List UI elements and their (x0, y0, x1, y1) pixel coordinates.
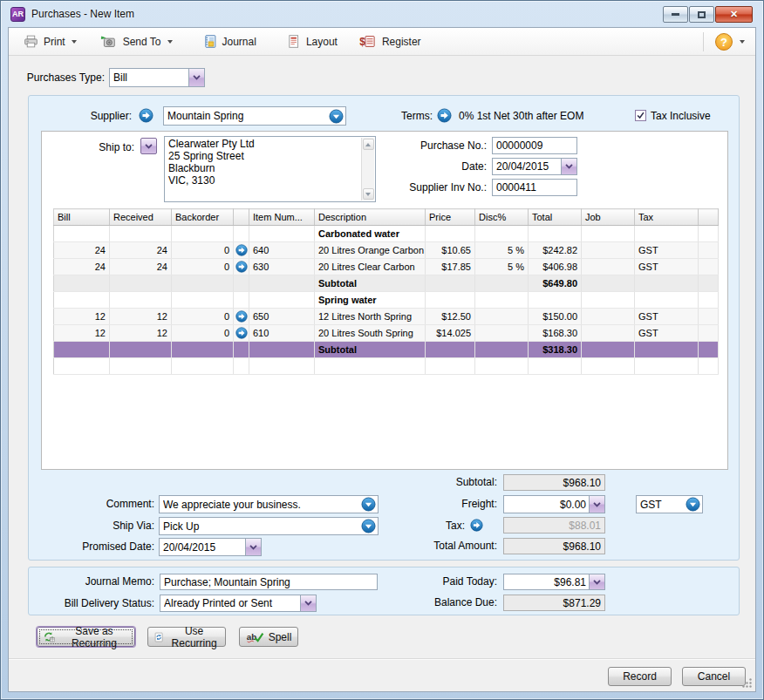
cell-total[interactable]: $649.80 (529, 275, 582, 292)
resize-grip[interactable] (740, 676, 753, 689)
freight-dropdown-button[interactable] (589, 496, 604, 513)
cell-total[interactable] (529, 358, 582, 375)
supplier-dropdown-icon[interactable] (329, 109, 344, 124)
cancel-button[interactable]: Cancel (682, 667, 746, 686)
cell-description[interactable]: 20 Litres South Spring (315, 325, 426, 342)
cell-filler[interactable] (699, 325, 719, 342)
cell-filler[interactable] (699, 259, 719, 275)
delivery-status-dropdown-button[interactable] (300, 595, 316, 611)
cell-backorder[interactable] (172, 226, 234, 242)
supplier-select[interactable]: Mountain Spring (163, 106, 346, 126)
table-row[interactable]: 1212061020 Litres South Spring$14.025$16… (54, 325, 719, 342)
ship-to-scrollbar[interactable] (361, 138, 374, 200)
date-dropdown-button[interactable] (561, 159, 576, 174)
table-row[interactable]: Spring water (54, 292, 719, 309)
cell-item[interactable]: 630 (249, 259, 315, 275)
cell-price[interactable]: $12.50 (426, 309, 475, 325)
cell-bill[interactable] (54, 292, 110, 309)
register-button[interactable]: Register (351, 31, 429, 51)
cell-bill[interactable]: 12 (54, 325, 110, 342)
cell-bill[interactable]: 24 (54, 242, 110, 259)
cell-arrow[interactable] (234, 226, 249, 242)
cell-item[interactable] (249, 226, 315, 242)
ship-via-dropdown-icon[interactable] (361, 519, 376, 533)
table-row[interactable]: 2424063020 Litres Clear Carbon$17.855 %$… (54, 259, 719, 275)
cell-tax[interactable]: GST (635, 309, 699, 325)
cell-received[interactable] (110, 358, 172, 375)
tax-detail-arrow-icon[interactable] (470, 519, 483, 532)
cell-received[interactable] (110, 275, 172, 292)
send-to-dropdown-caret[interactable] (167, 40, 173, 44)
cell-backorder[interactable] (172, 342, 234, 358)
delivery-status-select[interactable]: Already Printed or Sent (160, 595, 317, 612)
table-row[interactable]: 2424064020 Litres Orange Carbon$10.655 %… (54, 242, 719, 259)
titlebar[interactable]: AR Purchases - New Item ✕ (1, 1, 763, 27)
cell-total[interactable]: $318.30 (529, 342, 582, 358)
cell-filler[interactable] (699, 358, 719, 375)
cell-backorder[interactable]: 0 (172, 309, 234, 325)
promised-date-dropdown-button[interactable] (245, 539, 261, 555)
cell-price[interactable] (426, 292, 475, 309)
cell-tax[interactable]: GST (635, 242, 699, 259)
comment-dropdown-icon[interactable] (361, 497, 376, 512)
cell-item[interactable]: 640 (249, 242, 315, 259)
cell-job[interactable] (582, 242, 635, 259)
paid-today-field[interactable]: $96.81 (503, 574, 605, 590)
cell-disc[interactable] (475, 226, 529, 242)
cell-price[interactable] (426, 226, 475, 242)
cell-price[interactable]: $17.85 (426, 259, 475, 275)
cell-received[interactable]: 12 (110, 325, 172, 342)
cell-received[interactable] (110, 226, 172, 242)
cell-description[interactable]: Spring water (315, 292, 426, 309)
table-row[interactable]: Subtotal$649.80 (54, 275, 719, 292)
cell-backorder[interactable] (172, 292, 234, 309)
cell-description[interactable]: 20 Litres Clear Carbon (315, 259, 426, 275)
cell-job[interactable] (582, 325, 635, 342)
cell-received[interactable]: 24 (110, 259, 172, 275)
cell-tax[interactable] (635, 275, 699, 292)
ship-via-select[interactable]: Pick Up (159, 517, 379, 535)
cell-bill[interactable]: 24 (54, 259, 110, 275)
cell-arrow[interactable] (234, 358, 249, 375)
cell-price[interactable] (426, 358, 475, 375)
cell-description[interactable]: 20 Litres Orange Carbon (315, 242, 426, 259)
cell-tax[interactable] (635, 358, 699, 375)
journal-memo-input[interactable] (160, 574, 378, 590)
layout-button[interactable]: Layout (278, 31, 345, 51)
minimize-button[interactable] (663, 6, 688, 23)
cell-total[interactable] (529, 226, 582, 242)
cell-job[interactable] (582, 292, 635, 309)
cell-price[interactable] (426, 275, 475, 292)
cell-job[interactable] (582, 342, 635, 358)
scroll-down-button[interactable] (363, 188, 374, 200)
comment-select[interactable]: We appreciate your business. (159, 495, 379, 513)
cell-disc[interactable] (475, 358, 529, 375)
cell-item[interactable] (249, 358, 315, 375)
cell-total[interactable]: $168.30 (529, 325, 582, 342)
cell-description[interactable]: 12 Litres North Spring (315, 309, 426, 325)
cell-disc[interactable]: 5 % (475, 259, 529, 275)
cell-disc[interactable] (475, 275, 529, 292)
cell-bill[interactable] (54, 342, 110, 358)
send-to-button[interactable]: Send To (92, 31, 181, 51)
save-as-recurring-button[interactable]: Save as Recurring (37, 627, 135, 647)
cell-price[interactable]: $14.025 (426, 325, 475, 342)
tax-inclusive-checkbox[interactable] (635, 110, 646, 121)
cell-description[interactable]: Carbonated water (315, 226, 426, 242)
cell-total[interactable]: $406.98 (529, 259, 582, 275)
cell-backorder[interactable]: 0 (172, 259, 234, 275)
freight-tax-dropdown-icon[interactable] (686, 497, 700, 512)
help-dropdown-caret[interactable] (740, 40, 745, 44)
maximize-button[interactable] (689, 6, 714, 23)
cell-total[interactable] (529, 292, 582, 309)
purchases-type-dropdown-button[interactable] (188, 69, 204, 86)
cell-item[interactable]: 610 (249, 325, 315, 342)
cell-item[interactable] (249, 292, 315, 309)
spell-button[interactable]: Spell (239, 627, 298, 647)
cell-price[interactable]: $10.65 (426, 242, 475, 259)
cell-arrow[interactable] (234, 309, 249, 325)
date-field[interactable]: 20/04/2015 (492, 158, 577, 175)
row-detail-arrow-icon[interactable] (235, 261, 248, 273)
cell-filler[interactable] (699, 292, 719, 309)
cell-job[interactable] (582, 358, 635, 375)
